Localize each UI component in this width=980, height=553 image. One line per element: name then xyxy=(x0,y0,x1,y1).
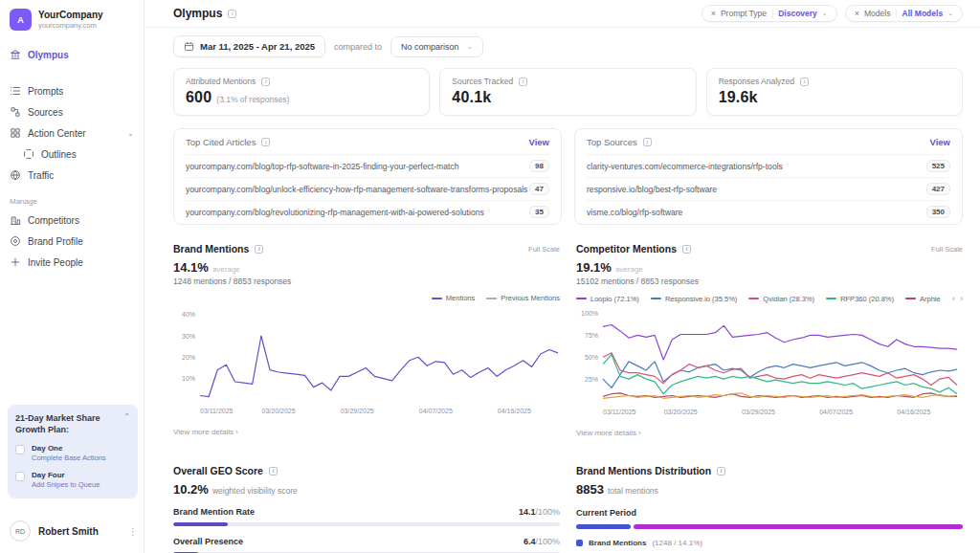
geo-bar-label: Overall Presence xyxy=(173,537,243,546)
chevron-down-icon[interactable]: ⌄ xyxy=(127,129,134,138)
chart-title: Competitor Mentions xyxy=(576,243,677,254)
average-value: 14.1% xyxy=(173,260,209,275)
list-item[interactable]: yourcompany.com/blog/top-rfp-software-in… xyxy=(186,154,549,177)
calendar-icon xyxy=(184,41,194,52)
average-label: average xyxy=(212,265,240,274)
distribution-legend: Brand Mentions(1248 / 14.1%)Competitor M… xyxy=(576,539,963,553)
frame-icon xyxy=(23,148,34,160)
date-range-button[interactable]: Mar 11, 2025 - Apr 21, 2025 xyxy=(173,35,325,57)
sidebar: A YourCompany yourcompany.com Olympus Pr… xyxy=(0,0,145,553)
models-filter[interactable]: × Models | All Models ⌄ xyxy=(845,5,963,22)
total-mentions-label: total mentions xyxy=(608,486,658,496)
growth-plan-item: Day Four Add Snipes to Queue xyxy=(15,471,130,489)
geo-bar-label: Brand Mention Rate xyxy=(173,507,255,517)
sidebar-item-sources[interactable]: Sources xyxy=(0,101,144,122)
brand-chart-legend: MentionsPrevious Mentions xyxy=(173,294,560,302)
flow-icon xyxy=(10,106,21,118)
view-more-link[interactable]: View more details › xyxy=(576,429,963,437)
growth-task-label[interactable]: Add Snipes to Queue xyxy=(32,480,100,489)
brand-mentions-chart[interactable]: 10%20%30%40%03/11/202503/20/202503/29/20… xyxy=(173,302,560,423)
count-badge: 525 xyxy=(926,160,950,172)
close-icon[interactable]: × xyxy=(711,9,716,18)
day-one-checkbox[interactable] xyxy=(15,445,25,454)
competitor-mentions-chart[interactable]: 25%50%75%100%03/11/202503/20/202503/29/2… xyxy=(576,303,963,424)
sidebar-item-label: Brand Profile xyxy=(28,236,83,247)
list-item[interactable]: clarity-ventures.com/ecommerce-integrati… xyxy=(587,154,950,177)
progress-track xyxy=(173,522,560,526)
list-item[interactable]: yourcompany.com/blog/unlock-efficiency-h… xyxy=(186,177,549,200)
sidebar-item-brand-profile[interactable]: Brand Profile xyxy=(0,231,144,252)
source-url: responsive.io/blog/best-rfp-software xyxy=(587,185,717,194)
source-url: visme.co/blog/rfp-software xyxy=(587,208,682,217)
growth-task-label[interactable]: Complete Base Actions xyxy=(32,453,106,462)
list-item[interactable]: yourcompany.com/blog/revolutionizing-rfp… xyxy=(186,200,549,223)
legend-item[interactable]: Responsive.io (35.5%) xyxy=(651,295,737,303)
growth-plan-panel: 21-Day Market Share Growth Plan: ⌃ Day O… xyxy=(8,405,138,498)
growth-day-label: Day Four xyxy=(32,471,100,479)
user-menu-row[interactable]: RD Robert Smith ⋮ xyxy=(10,520,138,542)
legend-item[interactable]: Mentions xyxy=(432,294,475,302)
top-cited-articles-card: Top Cited Articlesi View yourcompany.com… xyxy=(173,128,562,225)
chevron-up-icon[interactable]: ⌃ xyxy=(123,412,130,435)
date-controls: Mar 11, 2025 - Apr 21, 2025 compared to … xyxy=(173,35,963,57)
legend-swatch xyxy=(486,298,497,299)
sidebar-item-action-center[interactable]: Action Center ⌄ xyxy=(0,122,144,144)
article-url: yourcompany.com/blog/unlock-efficiency-h… xyxy=(186,185,527,194)
geo-bar: Brand Mention Rate 14.1/100% xyxy=(173,507,560,526)
svg-text:03/20/2025: 03/20/2025 xyxy=(262,408,296,414)
legend-item[interactable]: RFP360 (20.8%) xyxy=(826,295,894,303)
sidebar-item-olympus[interactable]: Olympus xyxy=(0,44,144,65)
legend-item[interactable]: Qvidian (28.3%) xyxy=(748,295,814,303)
total-mentions-value: 8853 xyxy=(576,482,604,497)
day-four-checkbox[interactable] xyxy=(15,472,25,481)
progress-fill xyxy=(173,522,228,526)
charts-section: Brand Mentionsi Full Scale 14.1% average… xyxy=(173,243,963,437)
legend-scroll-right[interactable]: › xyxy=(960,294,963,303)
kebab-menu-icon[interactable]: ⋮ xyxy=(128,526,138,537)
legend-item[interactable]: Arphie (4.6%) xyxy=(905,295,941,303)
growth-day-label: Day One xyxy=(32,444,106,453)
source-url: clarity-ventures.com/ecommerce-integrati… xyxy=(587,162,783,171)
filter-value: Discovery xyxy=(778,9,817,18)
list-icon xyxy=(10,85,21,97)
company-domain: yourcompany.com xyxy=(38,21,103,30)
geo-score-panel: Overall GEO Scorei 10.2% weighted visibi… xyxy=(173,465,560,553)
list-item[interactable]: responsive.io/blog/best-rfp-software 427 xyxy=(587,177,950,200)
info-icon: i xyxy=(228,10,236,18)
sidebar-item-invite-people[interactable]: Invite People xyxy=(0,252,144,273)
info-icon: i xyxy=(261,77,270,86)
comparison-dropdown[interactable]: No comparison ⌄ xyxy=(390,36,482,57)
view-link[interactable]: View xyxy=(930,137,950,147)
card-title: Overall GEO Score xyxy=(173,465,263,476)
distribution-legend-item: Brand Mentions(1248 / 14.1%) xyxy=(576,539,963,547)
app-root: A YourCompany yourcompany.com Olympus Pr… xyxy=(0,0,980,553)
full-scale-toggle[interactable]: Full Scale xyxy=(931,245,963,254)
distribution-segment xyxy=(576,524,631,529)
brand-mentions-panel: Brand Mentionsi Full Scale 14.1% average… xyxy=(173,243,560,437)
list-item[interactable]: visme.co/blog/rfp-software 350 xyxy=(587,200,950,223)
legend-item[interactable]: Loopio (72.1%) xyxy=(576,295,639,303)
page-header: Olympus i × Prompt Type | Discovery ⌄ × … xyxy=(145,0,980,28)
list-cards: Top Cited Articlesi View yourcompany.com… xyxy=(173,128,963,225)
sidebar-item-competitors[interactable]: Competitors xyxy=(0,210,144,231)
stat-label: Attributed Mentions xyxy=(186,77,256,86)
card-title: Top Cited Articles xyxy=(186,137,256,147)
sidebar-item-traffic[interactable]: Traffic xyxy=(0,165,144,186)
prompt-type-filter[interactable]: × Prompt Type | Discovery ⌄ xyxy=(702,5,837,22)
filter-label: Models xyxy=(864,9,890,18)
full-scale-toggle[interactable]: Full Scale xyxy=(528,245,560,254)
info-icon: i xyxy=(255,245,263,254)
chevron-down-icon: ⌄ xyxy=(822,10,828,17)
sidebar-item-outlines[interactable]: Outlines xyxy=(0,144,144,165)
grid-icon xyxy=(10,127,21,139)
close-icon[interactable]: × xyxy=(855,9,859,18)
view-more-link[interactable]: View more details › xyxy=(173,428,560,436)
stat-label: Responses Analyzed xyxy=(719,77,794,86)
svg-text:25%: 25% xyxy=(585,376,598,383)
main-content: Olympus i × Prompt Type | Discovery ⌄ × … xyxy=(145,0,980,553)
company-switcher[interactable]: A YourCompany yourcompany.com xyxy=(0,0,144,38)
legend-scroll-left[interactable]: ‹ xyxy=(952,294,955,303)
view-link[interactable]: View xyxy=(529,137,549,147)
sidebar-item-prompts[interactable]: Prompts xyxy=(0,80,144,101)
legend-item[interactable]: Previous Mentions xyxy=(486,294,560,302)
